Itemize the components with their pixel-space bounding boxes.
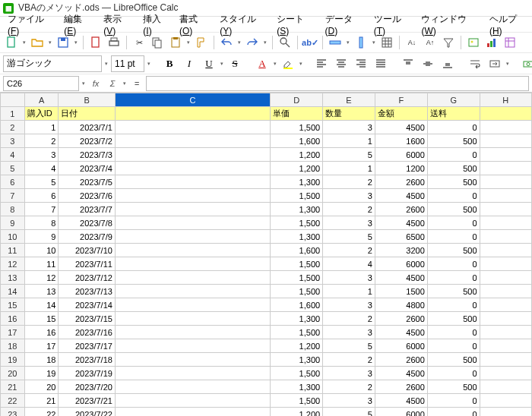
- italic-button[interactable]: I: [181, 55, 198, 72]
- cell[interactable]: 1,500: [271, 121, 323, 134]
- spellcheck-icon[interactable]: ab✓: [302, 34, 318, 51]
- col-header-H[interactable]: H: [480, 93, 531, 107]
- cell[interactable]: 2: [323, 175, 375, 189]
- cell[interactable]: 4500: [375, 121, 427, 134]
- grid-scroll-area[interactable]: ABCDEFGH 1購入ID日付単価数量金額送料212023/7/11,5003…: [0, 93, 532, 416]
- cell[interactable]: 2600: [375, 353, 427, 367]
- row-header[interactable]: 15: [1, 298, 25, 312]
- row-header[interactable]: 8: [1, 203, 25, 216]
- cell[interactable]: 6: [24, 189, 59, 203]
- undo-icon[interactable]: [218, 34, 235, 51]
- cell[interactable]: 4500: [375, 394, 427, 408]
- cell[interactable]: 1,600: [271, 298, 323, 312]
- cell[interactable]: 2023/7/15: [59, 312, 115, 326]
- image-icon[interactable]: [465, 34, 482, 51]
- cell[interactable]: 3: [323, 271, 375, 285]
- cell[interactable]: [115, 162, 270, 175]
- paste-icon[interactable]: [167, 34, 184, 51]
- cell[interactable]: [115, 394, 270, 408]
- cell[interactable]: 購入ID: [24, 107, 59, 121]
- cell[interactable]: [480, 271, 531, 285]
- cell[interactable]: 11: [24, 257, 59, 271]
- cell[interactable]: [115, 189, 270, 203]
- cell[interactable]: [480, 257, 531, 271]
- cell[interactable]: 0: [427, 148, 480, 162]
- cell[interactable]: 2023/7/10: [59, 244, 115, 257]
- cell[interactable]: [480, 339, 531, 353]
- row-header[interactable]: 21: [1, 380, 25, 394]
- sum-icon[interactable]: Σ: [105, 76, 120, 91]
- cell[interactable]: [115, 230, 270, 244]
- col-header-B[interactable]: B: [59, 93, 115, 107]
- cell[interactable]: 2: [323, 312, 375, 326]
- cell[interactable]: 1: [323, 162, 375, 175]
- cell[interactable]: 0: [427, 408, 480, 417]
- cell[interactable]: 1200: [375, 162, 427, 175]
- cell[interactable]: 1,200: [271, 162, 323, 175]
- cell[interactable]: [480, 380, 531, 394]
- cell[interactable]: 500: [427, 244, 480, 257]
- pivot-icon[interactable]: [502, 34, 518, 51]
- row-header[interactable]: 13: [1, 271, 25, 285]
- align-right-icon[interactable]: [353, 55, 369, 72]
- cell[interactable]: 6000: [375, 257, 427, 271]
- cell[interactable]: 2600: [375, 380, 427, 394]
- column-icon[interactable]: [353, 34, 369, 51]
- cut-icon[interactable]: ✂: [131, 34, 147, 51]
- cell[interactable]: 1: [323, 134, 375, 148]
- copy-icon[interactable]: [149, 34, 166, 51]
- cell[interactable]: 2023/7/9: [59, 230, 115, 244]
- row-header[interactable]: 22: [1, 394, 25, 408]
- cell[interactable]: 4500: [375, 326, 427, 339]
- cell[interactable]: 2023/7/2: [59, 134, 115, 148]
- row-header[interactable]: 10: [1, 230, 25, 244]
- cell[interactable]: 1,300: [271, 380, 323, 394]
- cell[interactable]: 500: [427, 353, 480, 367]
- cell[interactable]: 21: [24, 394, 59, 408]
- row-header[interactable]: 6: [1, 175, 25, 189]
- cell[interactable]: 500: [427, 203, 480, 216]
- cell[interactable]: [115, 271, 270, 285]
- cell[interactable]: [115, 134, 270, 148]
- cell[interactable]: [480, 162, 531, 175]
- cell[interactable]: 5: [323, 230, 375, 244]
- cell[interactable]: 2: [24, 134, 59, 148]
- cell[interactable]: [480, 394, 531, 408]
- cell[interactable]: [115, 380, 270, 394]
- merge-cells-icon[interactable]: [486, 55, 503, 72]
- cell[interactable]: 0: [427, 216, 480, 230]
- cell[interactable]: 0: [427, 367, 480, 380]
- cell[interactable]: 5: [323, 339, 375, 353]
- cell[interactable]: 500: [427, 380, 480, 394]
- cell[interactable]: 12: [24, 271, 59, 285]
- cell[interactable]: 9: [24, 230, 59, 244]
- cell[interactable]: 2023/7/19: [59, 367, 115, 380]
- cell[interactable]: 金額: [375, 107, 427, 121]
- cell[interactable]: 2023/7/3: [59, 148, 115, 162]
- cell[interactable]: [480, 148, 531, 162]
- row-header[interactable]: 16: [1, 312, 25, 326]
- cell[interactable]: 3: [323, 326, 375, 339]
- font-name-input[interactable]: [3, 55, 102, 72]
- cell[interactable]: 22: [24, 408, 59, 417]
- cell[interactable]: [115, 203, 270, 216]
- valign-top-icon[interactable]: [400, 55, 416, 72]
- autofilter-icon[interactable]: [440, 34, 457, 51]
- cell[interactable]: 1,300: [271, 203, 323, 216]
- cell[interactable]: 2023/7/11: [59, 257, 115, 271]
- cell[interactable]: 3: [323, 367, 375, 380]
- cell[interactable]: [115, 285, 270, 298]
- cell[interactable]: 2023/7/6: [59, 189, 115, 203]
- cell[interactable]: 4: [323, 257, 375, 271]
- cell[interactable]: 2: [323, 244, 375, 257]
- cell[interactable]: 13: [24, 285, 59, 298]
- cell[interactable]: 1: [24, 121, 59, 134]
- spreadsheet-grid[interactable]: ABCDEFGH 1購入ID日付単価数量金額送料212023/7/11,5003…: [0, 93, 532, 416]
- cell[interactable]: [480, 216, 531, 230]
- formula-input[interactable]: [146, 76, 529, 91]
- cell[interactable]: 500: [427, 285, 480, 298]
- new-icon[interactable]: [3, 34, 20, 51]
- strike-button[interactable]: S: [226, 55, 243, 72]
- cell[interactable]: 500: [427, 312, 480, 326]
- cell[interactable]: 2023/7/8: [59, 216, 115, 230]
